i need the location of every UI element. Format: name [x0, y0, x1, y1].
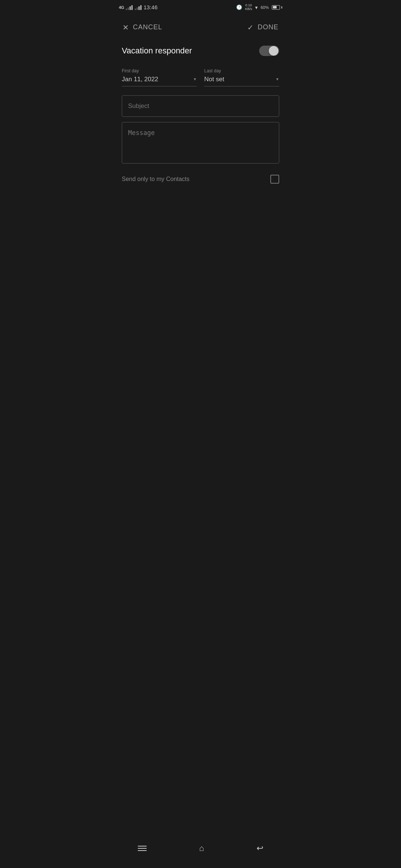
- menu-icon: [138, 846, 147, 851]
- cancel-icon: ✕: [123, 23, 129, 32]
- main-content: Vacation responder First day Jan 11, 202…: [111, 42, 290, 515]
- battery-body: [272, 5, 280, 10]
- cancel-button[interactable]: ✕ CANCEL: [123, 21, 162, 34]
- last-day-value: Not set: [204, 76, 224, 83]
- message-input[interactable]: [128, 129, 273, 155]
- signal-bars-2: [135, 5, 141, 10]
- signal-group: 4G: [119, 5, 133, 10]
- message-field: [122, 122, 279, 164]
- signal-bar-4: [131, 5, 133, 10]
- signal-bar-2: [128, 7, 129, 10]
- signal-bar-5: [135, 9, 136, 10]
- contacts-label: Send only to my Contacts: [122, 176, 189, 183]
- vacation-responder-title: Vacation responder: [122, 46, 192, 56]
- signal-bar-3: [130, 6, 131, 10]
- battery-tip: [281, 6, 282, 9]
- wifi-icon: ▾: [255, 4, 258, 10]
- last-day-selector[interactable]: Not set ▼: [204, 76, 279, 86]
- battery-fill: [273, 6, 277, 9]
- vacation-responder-toggle[interactable]: [259, 45, 279, 56]
- last-day-label: Last day: [204, 68, 279, 73]
- last-day-arrow: ▼: [276, 77, 279, 81]
- first-day-selector[interactable]: Jan 11, 2022 ▼: [122, 76, 197, 86]
- subject-input[interactable]: [128, 102, 273, 110]
- signal-bar-7: [138, 6, 140, 10]
- subject-field: [122, 95, 279, 117]
- done-label: DONE: [258, 23, 278, 31]
- contacts-checkbox[interactable]: [270, 175, 279, 184]
- home-button[interactable]: ⌂: [195, 840, 208, 857]
- status-bar: 4G 13:46 🕐 0.10 KB/s ▾ 60%: [111, 0, 290, 13]
- cancel-label: CANCEL: [133, 23, 162, 31]
- kb-info: 0.10 KB/s: [245, 4, 252, 11]
- signal-bar-1: [126, 9, 127, 10]
- time-display: 13:46: [144, 4, 158, 10]
- signal-bar-8: [140, 5, 141, 10]
- battery-percent: 60%: [261, 5, 269, 10]
- status-right: 🕐 0.10 KB/s ▾ 60%: [236, 4, 282, 11]
- bottom-nav: ⌂ ↩: [111, 832, 290, 868]
- first-day-label: First day: [122, 68, 197, 73]
- back-icon: ↩: [257, 844, 263, 853]
- first-day-value: Jan 11, 2022: [122, 76, 158, 83]
- status-left: 4G 13:46: [119, 4, 157, 10]
- date-row: First day Jan 11, 2022 ▼ Last day Not se…: [122, 68, 279, 86]
- 4g-label: 4G: [119, 5, 124, 10]
- spacer: [111, 514, 290, 832]
- done-button[interactable]: ✓ DONE: [247, 21, 278, 34]
- first-day-arrow: ▼: [193, 77, 197, 81]
- done-icon: ✓: [247, 23, 254, 32]
- alarm-icon: 🕐: [236, 4, 242, 10]
- menu-button[interactable]: [134, 842, 150, 855]
- kbps-label: KB/s: [245, 7, 252, 11]
- toggle-thumb: [269, 46, 278, 56]
- vacation-responder-row: Vacation responder: [122, 45, 279, 56]
- signal-group-2: [135, 5, 141, 10]
- signal-bar-6: [137, 7, 138, 10]
- first-day-field: First day Jan 11, 2022 ▼: [122, 68, 197, 86]
- battery-icon: [272, 5, 282, 10]
- last-day-field: Last day Not set ▼: [204, 68, 279, 86]
- back-button[interactable]: ↩: [253, 840, 267, 857]
- contacts-row: Send only to my Contacts: [122, 169, 279, 190]
- home-icon: ⌂: [199, 844, 204, 853]
- signal-bars: [126, 5, 133, 10]
- action-bar: ✕ CANCEL ✓ DONE: [111, 13, 290, 42]
